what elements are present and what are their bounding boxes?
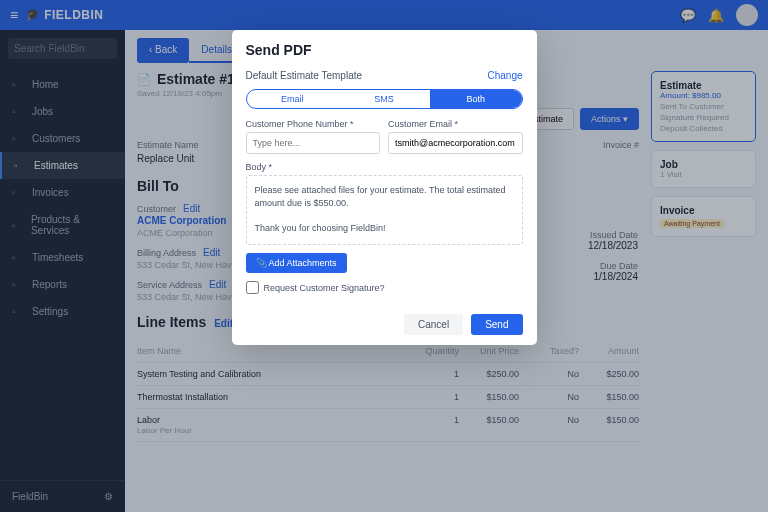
email-input[interactable] [388, 132, 523, 154]
body-textarea[interactable]: Please see attached files for your estim… [246, 175, 523, 245]
seg-email[interactable]: Email [247, 90, 339, 108]
template-change[interactable]: Change [487, 70, 522, 81]
email-label: Customer Email * [388, 119, 523, 129]
send-button[interactable]: Send [471, 314, 522, 335]
signature-checkbox[interactable]: Request Customer Signature? [246, 281, 523, 294]
seg-both[interactable]: Both [430, 90, 522, 108]
body-label: Body * [246, 162, 523, 172]
send-mode-segment: EmailSMSBoth [246, 89, 523, 109]
modal-overlay[interactable]: Send PDF Default Estimate Template Chang… [0, 0, 768, 512]
seg-sms[interactable]: SMS [338, 90, 430, 108]
paperclip-icon: 📎 [256, 258, 267, 268]
modal-title: Send PDF [232, 30, 537, 70]
send-pdf-modal: Send PDF Default Estimate Template Chang… [232, 30, 537, 345]
cancel-button[interactable]: Cancel [404, 314, 463, 335]
template-name: Default Estimate Template [246, 70, 363, 81]
add-attachments-button[interactable]: 📎 Add Attachments [246, 253, 347, 273]
phone-label: Customer Phone Number * [246, 119, 381, 129]
phone-input[interactable] [246, 132, 381, 154]
